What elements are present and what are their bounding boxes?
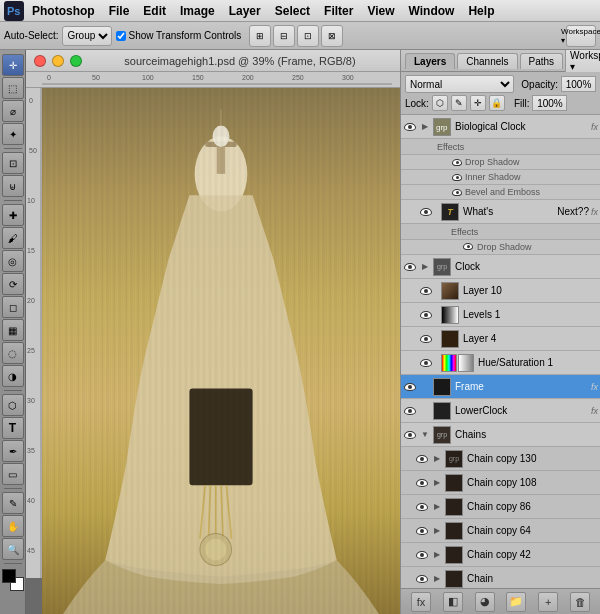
tool-eraser[interactable]: ◻	[2, 296, 24, 318]
menu-filter[interactable]: Filter	[318, 2, 359, 20]
layer-chain-copy-42[interactable]: ▶ Chain copy 42	[401, 543, 600, 567]
layer-chain-copy-108[interactable]: ▶ Chain copy 108	[401, 471, 600, 495]
add-mask-btn[interactable]: ◧	[443, 592, 463, 612]
tool-gradient[interactable]: ▦	[2, 319, 24, 341]
expand-chain-130[interactable]: ▶	[431, 452, 443, 466]
new-layer-btn[interactable]: +	[538, 592, 558, 612]
tool-move[interactable]: ✛	[2, 54, 24, 76]
layer-clock[interactable]: ▶ grp Clock	[401, 255, 600, 279]
tool-pen[interactable]: ✒	[2, 440, 24, 462]
expand-chain[interactable]: ▶	[431, 572, 443, 586]
lock-all-btn[interactable]: 🔒	[489, 95, 505, 111]
layer-whats-next[interactable]: T What's Next?? fx	[401, 200, 600, 224]
layer-chain-copy-86[interactable]: ▶ Chain copy 86	[401, 495, 600, 519]
effect-drop-shadow-1[interactable]: Drop Shadow	[401, 155, 600, 170]
menu-edit[interactable]: Edit	[137, 2, 172, 20]
eye-drop-shadow-2[interactable]	[463, 243, 475, 251]
layer-chain-copy-130[interactable]: ▶ grp Chain copy 130	[401, 447, 600, 471]
layer-hue-saturation[interactable]: Hue/Saturation 1	[401, 351, 600, 375]
eye-drop-shadow-1[interactable]	[451, 158, 463, 166]
eye-lower-clock[interactable]	[403, 404, 417, 418]
tool-blur[interactable]: ◌	[2, 342, 24, 364]
toolbar-icon-1[interactable]: ⊞	[249, 25, 271, 47]
eye-chain-64[interactable]	[415, 524, 429, 538]
opacity-input[interactable]	[561, 76, 596, 92]
eye-bevel-emboss[interactable]	[451, 188, 463, 196]
tool-marquee[interactable]: ⬚	[2, 77, 24, 99]
delete-layer-btn[interactable]: 🗑	[570, 592, 590, 612]
expand-chain-64[interactable]: ▶	[431, 524, 443, 538]
lock-position-btn[interactable]: ✛	[470, 95, 486, 111]
workspace-button[interactable]: Workspace ▾	[565, 50, 600, 74]
tool-crop[interactable]: ⊡	[2, 152, 24, 174]
eye-inner-shadow-1[interactable]	[451, 173, 463, 181]
show-transform-label[interactable]: Show Transform Controls	[116, 30, 241, 41]
tool-type[interactable]: T	[2, 417, 24, 439]
menu-help[interactable]: Help	[462, 2, 500, 20]
layer-10[interactable]: Layer 10	[401, 279, 600, 303]
layer-levels-1[interactable]: Levels 1	[401, 303, 600, 327]
eye-layer-10[interactable]	[419, 284, 433, 298]
expand-chains[interactable]: ▼	[419, 428, 431, 442]
lock-transparent-btn[interactable]: ⬡	[432, 95, 448, 111]
toolbar-icon-4[interactable]: ⊠	[321, 25, 343, 47]
tool-healing[interactable]: ✚	[2, 204, 24, 226]
eye-levels-1[interactable]	[419, 308, 433, 322]
menu-select[interactable]: Select	[269, 2, 316, 20]
tool-dodge[interactable]: ◑	[2, 365, 24, 387]
effect-inner-shadow-1[interactable]: Inner Shadow	[401, 170, 600, 185]
tool-shape[interactable]: ▭	[2, 463, 24, 485]
channels-tab[interactable]: Channels	[457, 53, 517, 69]
eye-frame[interactable]	[403, 380, 417, 394]
effect-bevel-emboss[interactable]: Bevel and Emboss	[401, 185, 600, 200]
eye-whats-next[interactable]	[419, 205, 433, 219]
new-group-btn[interactable]: 📁	[506, 592, 526, 612]
tool-path[interactable]: ⬡	[2, 394, 24, 416]
window-maximize-btn[interactable]	[70, 55, 82, 67]
expand-chain-42[interactable]: ▶	[431, 548, 443, 562]
tool-hand[interactable]: ✋	[2, 515, 24, 537]
effect-drop-shadow-2[interactable]: Drop Shadow	[401, 240, 600, 255]
show-transform-checkbox[interactable]	[116, 31, 126, 41]
fill-input[interactable]	[532, 95, 567, 111]
menu-window[interactable]: Window	[403, 2, 461, 20]
menu-layer[interactable]: Layer	[223, 2, 267, 20]
menu-view[interactable]: View	[361, 2, 400, 20]
workspace-icon[interactable]: Workspace ▾	[566, 25, 596, 47]
expand-clock[interactable]: ▶	[419, 260, 431, 274]
lock-pixels-btn[interactable]: ✎	[451, 95, 467, 111]
tool-history[interactable]: ⟳	[2, 273, 24, 295]
tool-brush[interactable]: 🖌	[2, 227, 24, 249]
toolbar-icon-2[interactable]: ⊟	[273, 25, 295, 47]
tool-zoom[interactable]: 🔍	[2, 538, 24, 560]
tool-magic-wand[interactable]: ✦	[2, 123, 24, 145]
menu-image[interactable]: Image	[174, 2, 221, 20]
eye-biological-clock[interactable]	[403, 120, 417, 134]
auto-select-dropdown[interactable]: Group	[62, 26, 112, 46]
window-close-btn[interactable]	[34, 55, 46, 67]
paths-tab[interactable]: Paths	[520, 53, 564, 69]
eye-chain-86[interactable]	[415, 500, 429, 514]
layers-tab[interactable]: Layers	[405, 53, 455, 69]
eye-clock[interactable]	[403, 260, 417, 274]
layer-4[interactable]: Layer 4	[401, 327, 600, 351]
eye-chains[interactable]	[403, 428, 417, 442]
layer-frame[interactable]: Frame fx	[401, 375, 600, 399]
tool-note[interactable]: ✎	[2, 492, 24, 514]
layer-biological-clock[interactable]: ▶ grp Biological Clock fx	[401, 115, 600, 139]
eye-chain-130[interactable]	[415, 452, 429, 466]
eye-chain-108[interactable]	[415, 476, 429, 490]
layer-chain-copy-64[interactable]: ▶ Chain copy 64	[401, 519, 600, 543]
eye-chain-42[interactable]	[415, 548, 429, 562]
layers-list[interactable]: ▶ grp Biological Clock fx Effects Drop S…	[401, 115, 600, 588]
window-minimize-btn[interactable]	[52, 55, 64, 67]
layer-chain[interactable]: ▶ Chain	[401, 567, 600, 588]
tool-lasso[interactable]: ⌀	[2, 100, 24, 122]
tool-eyedropper[interactable]: ⊌	[2, 175, 24, 197]
eye-hue-saturation[interactable]	[419, 356, 433, 370]
menu-photoshop[interactable]: Photoshop	[26, 2, 101, 20]
layer-chains[interactable]: ▼ grp Chains	[401, 423, 600, 447]
layer-lower-clock[interactable]: LowerClock fx	[401, 399, 600, 423]
new-adjustment-btn[interactable]: ◕	[475, 592, 495, 612]
expand-chain-108[interactable]: ▶	[431, 476, 443, 490]
